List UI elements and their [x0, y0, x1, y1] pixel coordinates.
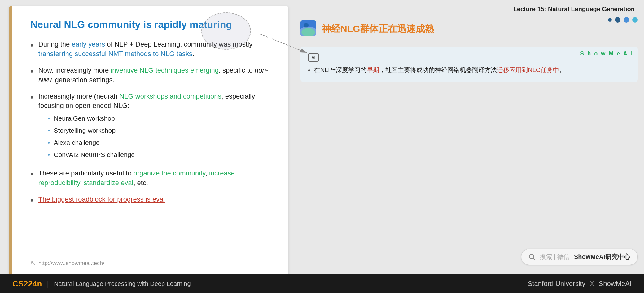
decorative-circle	[201, 12, 251, 50]
nav-dot-1[interactable]	[615, 17, 620, 23]
sub-bullet-4: ConvAI2 NeurIPS challenge	[48, 150, 273, 160]
workshops-text: NLG workshops and competitions	[119, 92, 221, 100]
svg-line-4	[533, 258, 535, 260]
chinese-title: 神经NLG群体正在迅速成熟	[322, 23, 434, 35]
trans-text-full: 在NLP+深度学习的早期，社区主要将成功的神经网络机器翻译方法迁移应用到NLG任…	[314, 65, 566, 75]
title-icon-shape	[300, 20, 316, 36]
svg-point-3	[529, 254, 534, 259]
showmeai-badge-text: S h o w M e A I	[580, 51, 633, 57]
trans-bullet: 在NLP+深度学习的早期，社区主要将成功的神经网络机器翻译方法迁移应用到NLG任…	[308, 65, 630, 76]
trans-transfer-text: 迁移应用到NLG任务中	[497, 66, 559, 73]
ai-icon: AI	[308, 53, 319, 62]
chinese-title-section: 神经NLG群体正在迅速成熟	[300, 17, 638, 41]
slide-panel: Neural NLG community is rapidly maturing…	[9, 6, 288, 276]
bullet-text-2: Now, increasingly more inventive NLG tec…	[38, 66, 273, 85]
translation-box: S h o w M e A I AI 在NLP+深度学习的早期，社区主要将成功的…	[300, 47, 638, 82]
trans-early-text: 早期	[367, 66, 379, 73]
icon-svg	[300, 20, 316, 36]
course-code: CS224n	[12, 279, 42, 289]
stanford-text: Stanford University	[528, 280, 585, 287]
svg-rect-0	[300, 20, 316, 36]
cursor-icon: ↖	[30, 259, 36, 267]
search-divider: 搜索 | 微信	[540, 253, 570, 261]
standardize-text: standardize eval	[84, 179, 133, 187]
search-icon	[529, 254, 536, 260]
sub-bullet-3: Alexa challenge	[48, 138, 273, 148]
svg-point-2	[304, 23, 309, 28]
right-panel: Lecture 15: Natural Language Generation	[294, 0, 644, 293]
nav-dot-3[interactable]	[632, 17, 638, 23]
showmeai-footer: ShowMeAI	[599, 280, 632, 287]
slide-url: ↖ http://www.showmeai.tech/	[30, 259, 104, 267]
inventive-text: inventive NLG techniques emerging	[111, 66, 219, 74]
lecture-header: Lecture 15: Natural Language Generation	[300, 3, 638, 17]
bullet-list: During the early years of NLP + Deep Lea…	[30, 40, 273, 206]
url-text: http://www.showmeai.tech/	[38, 260, 104, 267]
footer-sep: |	[47, 279, 49, 289]
roadblock-text: The biggest roadblock for progress is ev…	[38, 195, 165, 204]
bottom-bar: CS224n | Natural Language Processing wit…	[0, 274, 644, 293]
sub-bullet-list: NeuralGen workshop Storytelling workshop…	[38, 114, 273, 159]
bullet-text-3: Increasingly more (neural) NLG workshops…	[38, 92, 273, 162]
x-separator: X	[590, 280, 596, 287]
search-label: ShowMeAI研究中心	[574, 253, 630, 261]
early-years-text: early years	[72, 40, 105, 48]
bullet-item-3: Increasingly more (neural) NLG workshops…	[30, 92, 273, 162]
showmeai-badge: S h o w M e A I	[580, 51, 633, 57]
main-content: Neural NLG community is rapidly maturing…	[0, 0, 644, 293]
nav-dot-small	[608, 18, 612, 22]
nav-dot-2[interactable]	[624, 17, 629, 23]
sub-bullet-1: NeuralGen workshop	[48, 114, 273, 123]
organize-text: organize the community	[134, 169, 205, 177]
bullet-item-4: These are particularly useful to organiz…	[30, 169, 273, 188]
bullet-item-5: The biggest roadblock for progress is ev…	[30, 195, 273, 206]
bullet-text-4: These are particularly useful to organiz…	[38, 169, 273, 188]
nav-dots	[608, 17, 638, 23]
bullet-item-2: Now, increasingly more inventive NLG tec…	[30, 66, 273, 85]
translation-text: 在NLP+深度学习的早期，社区主要将成功的神经网络机器翻译方法迁移应用到NLG任…	[308, 65, 630, 76]
title-icon	[300, 20, 318, 38]
bottom-right: Stanford University X ShowMeAI	[528, 280, 632, 288]
transfer-text: transferring successful NMT methods to N…	[38, 50, 192, 58]
svg-point-1	[301, 28, 315, 36]
bottom-left: CS224n | Natural Language Processing wit…	[12, 279, 191, 289]
footer-desc: Natural Language Processing with Deep Le…	[54, 280, 191, 287]
sub-bullet-2: Storytelling workshop	[48, 126, 273, 135]
search-bar[interactable]: 搜索 | 微信 ShowMeAI研究中心	[521, 249, 638, 265]
